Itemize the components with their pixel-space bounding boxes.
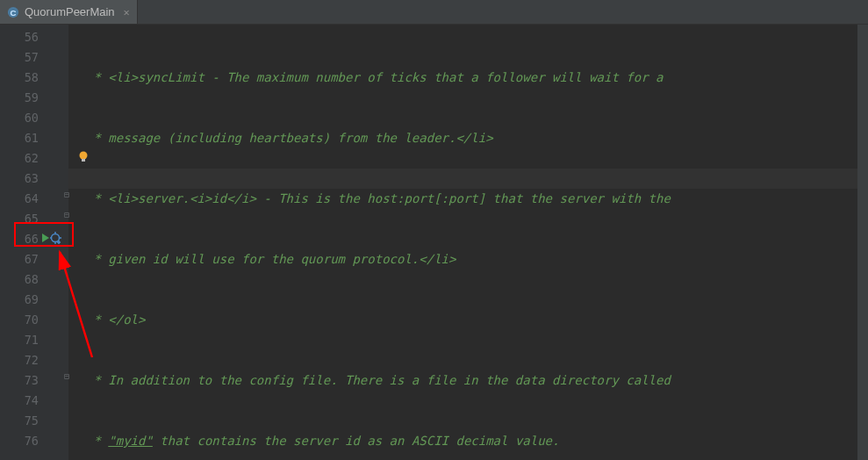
svg-point-2 bbox=[52, 234, 60, 242]
gutter: 5657585960616263646566676869707172737475… bbox=[0, 25, 68, 460]
code-editor[interactable]: 5657585960616263646566676869707172737475… bbox=[0, 25, 868, 460]
play-icon bbox=[42, 234, 49, 242]
run-config-icon bbox=[50, 232, 62, 244]
line-numbers: 5657585960616263646566676869707172737475… bbox=[0, 25, 39, 451]
run-gutter-icon[interactable] bbox=[42, 232, 62, 244]
class-icon: C bbox=[7, 6, 19, 18]
code-area[interactable]: * <li>syncLimit - The maximum number of … bbox=[68, 25, 868, 460]
close-icon[interactable]: ✕ bbox=[124, 6, 130, 18]
editor-tabs: C QuorumPeerMain ✕ bbox=[0, 0, 868, 25]
scrollbar[interactable] bbox=[857, 25, 868, 460]
tab-label: QuorumPeerMain bbox=[25, 5, 115, 18]
svg-text:C: C bbox=[11, 7, 17, 17]
tab-quorumpeermain[interactable]: C QuorumPeerMain ✕ bbox=[0, 0, 138, 24]
